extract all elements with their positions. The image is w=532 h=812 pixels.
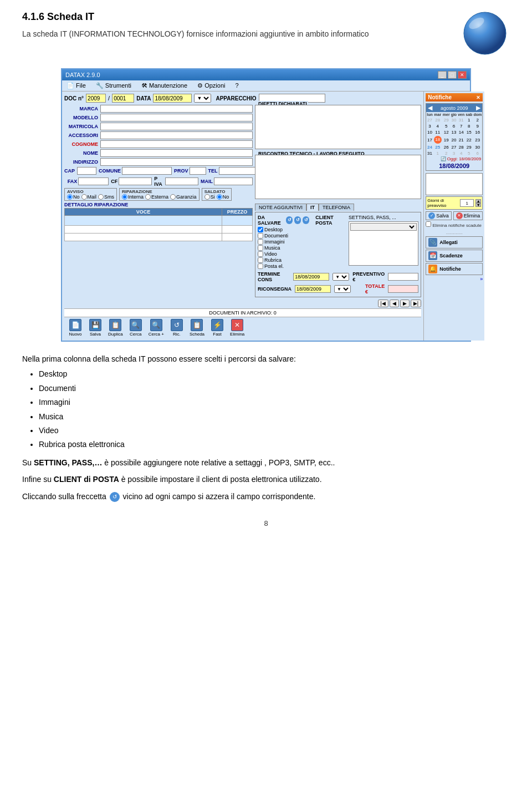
marca-input[interactable] <box>100 105 253 113</box>
cerca-plus-button[interactable]: 🔍 Cerca + <box>147 318 166 337</box>
cal-day-6[interactable]: 6 <box>451 123 458 129</box>
cal-day-18-today[interactable]: 18 <box>433 135 442 144</box>
ric-button[interactable]: ↺ Ric. <box>168 318 186 337</box>
doc-year-input[interactable] <box>86 94 106 103</box>
modello-input[interactable] <box>100 114 253 121</box>
cal-day-3b[interactable]: 3 <box>451 150 458 156</box>
cal-day-28b[interactable]: 28 <box>457 144 465 150</box>
cal-day-29[interactable]: 29 <box>442 117 451 123</box>
cal-day-24[interactable]: 24 <box>426 144 433 150</box>
cal-day-30b[interactable]: 30 <box>473 144 482 150</box>
cal-day-2b[interactable]: 2 <box>442 150 451 156</box>
scadenze-button[interactable]: 📅 Scadenze <box>426 250 483 262</box>
cal-next-button[interactable]: ▶ <box>476 104 480 111</box>
cal-day-11[interactable]: 11 <box>433 129 442 135</box>
cal-day-12[interactable]: 12 <box>442 129 451 135</box>
nuovo-button[interactable]: 📄 Nuovo <box>66 318 84 337</box>
cal-day-30[interactable]: 30 <box>451 117 458 123</box>
avviso-no[interactable]: No <box>67 194 80 200</box>
cal-day-17[interactable]: 17 <box>426 135 433 144</box>
cal-day-7[interactable]: 7 <box>457 123 465 129</box>
sald-no[interactable]: No <box>217 194 229 200</box>
cal-day-8[interactable]: 8 <box>465 123 473 129</box>
riconsegna-dropdown[interactable]: ▼ <box>334 285 351 293</box>
cal-day-25[interactable]: 25 <box>433 144 442 150</box>
cb-musica[interactable]: Musica <box>258 245 346 251</box>
avviso-mail[interactable]: Mail <box>81 194 97 200</box>
elimina-notif-button[interactable]: ✕ Elimina <box>453 211 483 220</box>
voce-cell-2[interactable] <box>65 226 222 234</box>
cal-day-13[interactable]: 13 <box>451 129 458 135</box>
cal-day-28[interactable]: 28 <box>433 117 442 123</box>
cal-day-10[interactable]: 10 <box>426 129 433 135</box>
tab-telefonia[interactable]: TELEFONIA <box>319 204 354 211</box>
cal-day-5b[interactable]: 5 <box>465 150 473 156</box>
first-record-button[interactable]: |◀ <box>378 300 388 307</box>
da-salvare-reset2-icon[interactable]: ↺ <box>294 216 301 224</box>
cal-day-4[interactable]: 4 <box>433 123 442 129</box>
client-posta-select[interactable] <box>350 223 417 231</box>
voce-cell[interactable] <box>65 216 222 226</box>
accessori-input[interactable] <box>100 131 253 139</box>
cal-day-22[interactable]: 22 <box>465 135 473 144</box>
minimize-button[interactable]: _ <box>438 71 447 79</box>
voce-cell-3[interactable] <box>65 234 222 241</box>
client-posta-reset-icon[interactable]: ↺ <box>303 216 309 224</box>
cal-day-4b[interactable]: 4 <box>457 150 465 156</box>
cal-day-5[interactable]: 5 <box>442 123 451 129</box>
indirizzo-input[interactable] <box>100 158 253 166</box>
cal-day-31[interactable]: 31 <box>457 117 465 123</box>
cal-day-16[interactable]: 16 <box>473 129 482 135</box>
cal-day-1b[interactable]: 1 <box>433 150 442 156</box>
cal-day-3[interactable]: 3 <box>426 123 433 129</box>
difetti-textarea[interactable] <box>255 105 421 149</box>
totale-input[interactable] <box>388 285 418 293</box>
cb-posta-el[interactable]: Posta el. <box>258 263 346 269</box>
notifiche-close-button[interactable]: ✕ <box>476 95 480 100</box>
date-dropdown[interactable]: ▼ <box>194 94 211 103</box>
mail-input[interactable] <box>214 177 253 185</box>
avviso-sms[interactable]: Sms <box>98 194 114 200</box>
cal-day-27b[interactable]: 27 <box>451 144 458 150</box>
tab-note-aggiuntivi[interactable]: NOTE AGGIUNTIVI <box>255 204 306 211</box>
scheda-button[interactable]: 📋 Scheda <box>188 318 206 337</box>
cerca-button[interactable]: 🔍 Cerca <box>127 318 145 337</box>
prev-record-button[interactable]: ◀ <box>390 300 399 307</box>
rip-esterna[interactable]: Esterna <box>145 194 168 200</box>
elimina-notifiche-checkbox[interactable] <box>426 221 431 227</box>
termine-input[interactable] <box>293 273 329 281</box>
cal-day-1[interactable]: 1 <box>465 117 473 123</box>
next-record-button[interactable]: ▶ <box>400 300 410 307</box>
riscontro-textarea[interactable] <box>255 155 421 199</box>
preventivo-input[interactable] <box>388 273 418 281</box>
prezzo-cell-2[interactable] <box>222 226 253 234</box>
spin-down-button[interactable]: ▼ <box>475 203 481 207</box>
tel-input[interactable] <box>219 167 258 175</box>
cal-day-23[interactable]: 23 <box>473 135 482 144</box>
doc-num-input[interactable] <box>112 94 134 103</box>
menu-strumenti[interactable]: 🔧 Strumenti <box>94 82 134 90</box>
close-button[interactable]: ✕ <box>458 71 467 79</box>
notifiche-btn[interactable]: 🔔 Notifiche <box>426 263 483 275</box>
fast-button[interactable]: ⚡ Fast <box>208 318 226 337</box>
salva-button[interactable]: 💾 Salva <box>86 318 104 337</box>
cal-day-6b[interactable]: 6 <box>473 150 482 156</box>
cal-day-2[interactable]: 2 <box>473 117 482 123</box>
client-posta-area[interactable] <box>349 221 418 266</box>
cal-day-14[interactable]: 14 <box>457 129 465 135</box>
cal-day-27[interactable]: 27 <box>426 117 433 123</box>
rip-interna[interactable]: Interna <box>122 194 144 200</box>
cb-video[interactable]: Video <box>258 251 346 257</box>
cf-input[interactable] <box>119 177 152 185</box>
notifiche-expand-button[interactable]: » <box>426 276 483 282</box>
elimina-toolbar-button[interactable]: ✕ Elimina <box>228 318 246 337</box>
prov-input[interactable] <box>190 167 206 175</box>
menu-manutenzione[interactable]: 🛠 Manutenzione <box>139 82 190 90</box>
comune-input[interactable] <box>122 167 172 175</box>
cal-day-21[interactable]: 21 <box>457 135 465 144</box>
prezzo-cell-3[interactable] <box>222 234 253 241</box>
prezzo-cell[interactable] <box>222 216 253 226</box>
cb-desktop[interactable]: Desktop <box>258 227 346 232</box>
cal-prev-button[interactable]: ◀ <box>428 104 432 111</box>
last-record-button[interactable]: ▶| <box>411 300 421 307</box>
